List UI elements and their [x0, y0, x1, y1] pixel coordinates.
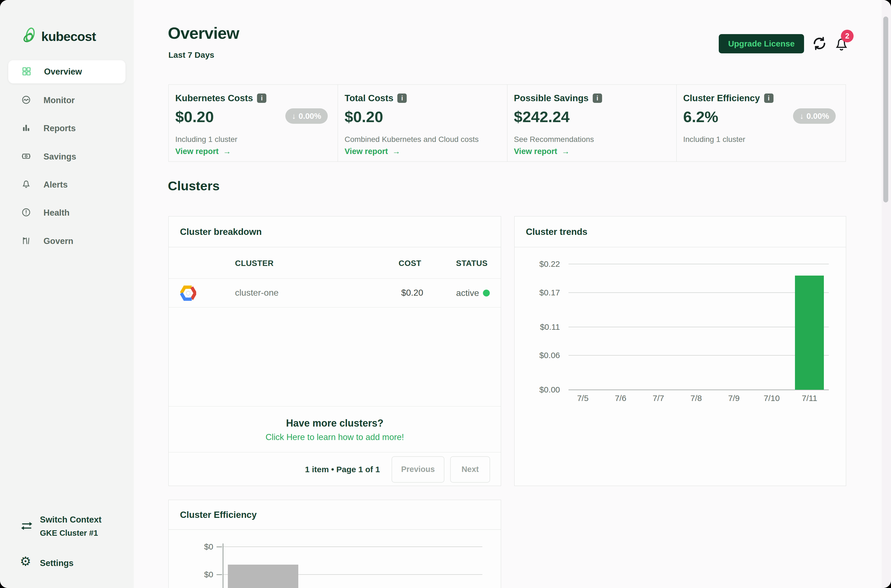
y-axis-label: $0.06: [515, 351, 560, 360]
stat-card-possible-savings: Possible Savings i $242.24 See Recommend…: [508, 85, 677, 162]
upgrade-license-label: Upgrade License: [728, 39, 795, 48]
change-badge: ↓ 0.00%: [285, 108, 328, 124]
stat-card-title: Cluster Efficiency: [683, 93, 760, 104]
stat-card-total-costs: Total Costs i $0.20 Combined Kubernetes …: [338, 85, 507, 162]
stat-cards-row: Kubernetes Costs i $0.20 ↓ 0.00% Includi…: [168, 84, 846, 162]
pagination-summary: 1 item • Page 1 of 1: [305, 465, 380, 474]
kubecost-logo[interactable]: kubecost: [21, 27, 96, 45]
y-axis-label: $0.17: [515, 288, 560, 297]
chart-gridline: [568, 327, 829, 327]
view-report-link[interactable]: View report →: [514, 147, 570, 156]
arrow-down-icon: ↓: [292, 112, 296, 121]
chart-gridline: [222, 546, 482, 547]
stat-card-cluster-efficiency: Cluster Efficiency i 6.2% ↓ 0.00% Includ…: [677, 85, 846, 162]
switch-context-title: Switch Context: [40, 515, 102, 525]
flags-icon: [21, 236, 31, 246]
stat-card-subtext: See Recommendations: [514, 135, 594, 144]
stat-card-value: 6.2%: [683, 108, 718, 126]
sidebar-item-label: Monitor: [44, 95, 75, 105]
notification-count: 2: [845, 32, 849, 40]
x-axis-label: 7/6: [606, 393, 636, 403]
x-axis-label: 7/7: [643, 393, 674, 403]
cluster-trends-title: Cluster trends: [526, 226, 587, 237]
stat-card-subtext: Combined Kubernetes and Cloud costs: [344, 135, 479, 144]
cluster-status-label: active: [456, 288, 479, 298]
clusters-section-heading: Clusters: [168, 178, 219, 194]
scrollbar-thumb[interactable]: [883, 16, 888, 202]
kubecost-logo-icon: [21, 27, 37, 45]
x-axis-label: 7/5: [568, 393, 598, 403]
stat-card-subtext: Including 1 cluster: [175, 135, 237, 144]
sidebar-item-label: Govern: [44, 236, 74, 246]
cluster-breakdown-title: Cluster breakdown: [180, 226, 262, 237]
cash-icon: [21, 152, 31, 162]
change-badge: ↓ 0.00%: [793, 108, 836, 124]
sidebar-item-reports[interactable]: Reports: [8, 114, 125, 142]
switch-context[interactable]: Switch Context GKE Cluster #1: [0, 509, 134, 544]
refresh-icon[interactable]: [812, 36, 827, 52]
activity-circle-icon: [21, 95, 31, 106]
sidebar-item-label: Overview: [44, 67, 82, 77]
sidebar-item-alerts[interactable]: Alerts: [8, 171, 125, 199]
app-window: kubecost Overview Monitor: [0, 0, 891, 588]
sidebar-item-govern[interactable]: Govern: [8, 227, 125, 255]
next-page-button[interactable]: Next: [450, 456, 490, 483]
sidebar-item-monitor[interactable]: Monitor: [8, 86, 125, 114]
sidebar-item-settings[interactable]: ⚙ Settings: [0, 552, 134, 574]
status-active-dot: [483, 290, 490, 297]
stat-card-title: Possible Savings: [514, 93, 589, 104]
alert-circle-icon: [21, 208, 31, 218]
table-row[interactable]: cluster-one $0.20 active: [169, 279, 501, 308]
more-clusters-question: Have more clusters?: [169, 417, 501, 429]
switch-context-cluster: GKE Cluster #1: [40, 529, 98, 538]
axis-tick: [216, 574, 222, 575]
sidebar: kubecost Overview Monitor: [0, 0, 134, 588]
chart-gridline: [568, 389, 829, 390]
info-icon[interactable]: i: [593, 93, 602, 103]
sidebar-item-savings[interactable]: Savings: [8, 143, 125, 171]
view-report-link[interactable]: View report →: [344, 147, 400, 156]
add-clusters-link[interactable]: Click Here to learn how to add more!: [169, 432, 501, 442]
cluster-trends-header: Cluster trends: [515, 216, 846, 247]
cluster-cost: $0.20: [401, 288, 423, 298]
gcp-provider-icon: [180, 285, 196, 302]
cluster-efficiency-panel: Cluster Efficiency $0$0: [168, 500, 501, 588]
cluster-trends-panel: Cluster trends $0.22$0.17$0.11$0.06$0.00…: [514, 216, 846, 486]
cluster-efficiency-header: Cluster Efficiency: [169, 500, 501, 530]
cluster-breakdown-header: Cluster breakdown: [169, 216, 501, 247]
axis-tick: [216, 546, 222, 547]
sidebar-item-label: Reports: [44, 123, 76, 134]
info-icon[interactable]: i: [764, 93, 774, 103]
sidebar-item-overview[interactable]: Overview: [8, 60, 125, 83]
grid-icon: [21, 66, 32, 77]
x-axis-label: 7/8: [681, 393, 711, 403]
sidebar-item-label: Alerts: [44, 180, 68, 190]
stat-card-kubernetes-costs: Kubernetes Costs i $0.20 ↓ 0.00% Includi…: [169, 85, 338, 162]
gear-icon: ⚙: [20, 554, 31, 569]
sidebar-item-label: Savings: [44, 152, 76, 162]
chart-gridline: [568, 292, 829, 293]
table-header-row: CLUSTER COST STATUS: [169, 247, 501, 279]
upgrade-license-button[interactable]: Upgrade License: [719, 34, 804, 53]
bell-icon: [21, 180, 31, 190]
cluster-efficiency-title: Cluster Efficiency: [180, 510, 257, 520]
stat-card-subtext: Including 1 cluster: [683, 135, 745, 144]
more-clusters-prompt: Have more clusters? Click Here to learn …: [169, 406, 501, 452]
screen: kubecost Overview Monitor: [0, 0, 891, 588]
info-icon[interactable]: i: [397, 93, 407, 103]
x-axis-label: 7/9: [719, 393, 749, 403]
info-icon[interactable]: i: [257, 93, 266, 103]
kubecost-logo-text: kubecost: [41, 29, 96, 44]
cluster-status: active: [456, 279, 490, 308]
bar-chart-icon: [21, 123, 31, 134]
y-axis-line: [222, 543, 224, 588]
arrow-down-icon: ↓: [799, 112, 804, 121]
stat-card-value: $242.24: [514, 108, 569, 126]
arrow-right-icon: →: [223, 147, 231, 156]
previous-page-button[interactable]: Previous: [392, 456, 445, 483]
view-report-link[interactable]: View report →: [175, 147, 231, 156]
sidebar-item-health[interactable]: Health: [8, 199, 125, 227]
sidebar-item-label: Health: [44, 208, 70, 218]
arrow-right-icon: →: [562, 147, 569, 156]
chart-gridline: [222, 574, 482, 575]
